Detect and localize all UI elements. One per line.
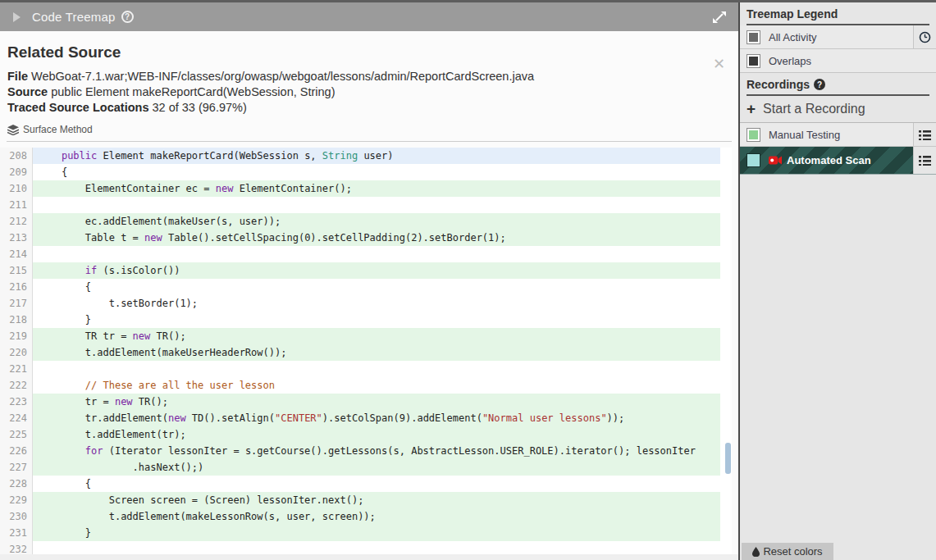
recording-item-automated-scan[interactable]: Automated Scan	[740, 147, 936, 175]
line-number: 217	[0, 295, 33, 312]
recording-menu-cell[interactable]	[913, 123, 936, 146]
code-line: 215 if (s.isColor())	[0, 262, 732, 279]
color-swatch[interactable]	[747, 128, 760, 142]
divider	[7, 141, 732, 142]
traced-line: Traced Source Locations 32 of 33 (96.97%…	[7, 100, 534, 116]
code-text: for (Iterator lessonIter = s.getCourse()…	[33, 443, 720, 459]
line-number: 222	[0, 377, 33, 394]
source-label: Source	[7, 85, 48, 98]
code-line: 221	[0, 361, 732, 377]
main-panel: Code Treemap ? Related Source ✕ File Web…	[0, 2, 738, 560]
line-number: 229	[0, 492, 33, 508]
code-line: 225 t.addElement(tr);	[0, 426, 732, 443]
legend-header: Treemap Legend	[747, 7, 929, 25]
color-swatch[interactable]	[747, 153, 760, 167]
code-line: 219 TR tr = new TR();	[0, 328, 732, 344]
reset-colors-button[interactable]: Reset colors	[742, 543, 833, 560]
code-line: 214	[0, 246, 732, 262]
code-line: 223 tr = new TR();	[0, 394, 732, 410]
line-number: 231	[0, 525, 33, 541]
source-line: Source public Element makeReportCard(Web…	[7, 84, 534, 100]
line-number: 226	[0, 443, 33, 459]
recording-item-manual-testing[interactable]: Manual Testing	[740, 123, 936, 147]
code-line: 228 {	[0, 476, 732, 492]
legend-title: Treemap Legend	[747, 7, 838, 20]
code-line: 209 {	[0, 164, 732, 180]
recording-item-main[interactable]: Manual Testing	[740, 123, 913, 146]
code-line: 212 ec.addElement(makeUser(s, user));	[0, 213, 732, 230]
code-line: 217 t.setBorder(1);	[0, 295, 732, 312]
code-text: t.setBorder(1);	[33, 295, 720, 312]
code-text	[33, 541, 720, 554]
code-text: Screen screen = (Screen) lessonIter.next…	[33, 492, 720, 508]
code-text: ElementContainer ec = new ElementContain…	[33, 180, 720, 197]
line-number: 221	[0, 361, 33, 377]
source-metadata: File WebGoat-7.1.war;WEB-INF/classes/org…	[7, 69, 534, 116]
clock-icon[interactable]	[919, 31, 931, 43]
legend-item-main: Overlaps	[740, 49, 936, 72]
code-text: t.addElement(makeUserHeaderRow());	[33, 344, 720, 361]
code-text: ec.addElement(makeUser(s, user));	[33, 213, 720, 230]
code-line: 211	[0, 197, 732, 213]
line-number: 213	[0, 230, 33, 246]
code-text	[33, 246, 720, 262]
list-menu-icon[interactable]	[919, 130, 931, 140]
file-line: File WebGoat-7.1.war;WEB-INF/classes/org…	[7, 69, 534, 84]
code-treemap-widget: Code Treemap ? Related Source ✕ File Web…	[0, 0, 936, 560]
code-line: 213 Table t = new Table().setCellSpacing…	[0, 230, 732, 246]
code-line: 231 }	[0, 525, 732, 541]
related-source-panel: Related Source ✕ File WebGoat-7.1.war;WE…	[0, 31, 738, 560]
surface-method-label: Surface Method	[23, 124, 93, 135]
start-recording-button[interactable]: + Start a Recording	[740, 96, 936, 123]
code-line: 216 {	[0, 279, 732, 295]
line-number: 225	[0, 426, 33, 443]
code-line: 210 ElementContainer ec = new ElementCon…	[0, 180, 732, 197]
code-text: }	[33, 525, 720, 541]
legend-item-label: Overlaps	[769, 55, 811, 67]
recording-item-label: Manual Testing	[769, 129, 840, 141]
plus-icon: +	[747, 102, 756, 116]
expand-icon[interactable]	[712, 10, 727, 25]
list-menu-icon[interactable]	[919, 155, 931, 166]
legend-item-overlaps[interactable]: Overlaps	[740, 49, 936, 73]
surface-method-badge: Surface Method	[7, 124, 93, 135]
time-filter-cell[interactable]	[913, 25, 936, 48]
recordings-help-icon[interactable]: ?	[814, 79, 825, 90]
file-label: File	[7, 70, 28, 83]
recordings-header: Recordings ?	[747, 78, 929, 96]
widget-header: Code Treemap ?	[0, 2, 738, 31]
legend-item-main: All Activity	[740, 25, 913, 48]
legend-item-all-activity[interactable]: All Activity	[740, 25, 936, 49]
code-text: // These are all the user lesson	[33, 377, 720, 394]
line-number: 219	[0, 328, 33, 344]
line-number: 211	[0, 197, 33, 213]
recordings-title: Recordings	[747, 78, 810, 91]
code-line: 232	[0, 541, 732, 554]
collapse-triangle-icon[interactable]	[13, 12, 21, 22]
recording-item-main[interactable]: Automated Scan	[740, 147, 913, 174]
line-number: 224	[0, 410, 33, 426]
line-number: 223	[0, 394, 33, 410]
scrollbar-thumb[interactable]	[725, 443, 731, 474]
line-number: 232	[0, 541, 33, 554]
recording-item-label: Automated Scan	[787, 154, 871, 166]
close-icon[interactable]: ✕	[713, 57, 725, 71]
code-text: tr.addElement(new TD().setAlign("CENTER"…	[33, 410, 720, 426]
line-number: 210	[0, 180, 33, 197]
color-swatch[interactable]	[747, 54, 760, 68]
color-swatch[interactable]	[747, 30, 760, 44]
layers-icon	[7, 125, 19, 135]
help-icon[interactable]: ?	[121, 11, 134, 23]
panel-title: Related Source	[7, 43, 121, 61]
reset-colors-label: Reset colors	[763, 545, 822, 558]
recording-menu-cell[interactable]	[913, 147, 936, 174]
top-border	[0, 0, 936, 2]
code-text	[33, 197, 720, 213]
treemap-sidebar: Treemap Legend All ActivityOverlaps Reco…	[738, 0, 936, 560]
code-line: 218 }	[0, 312, 732, 328]
line-number: 216	[0, 279, 33, 295]
code-line: 222 // These are all the user lesson	[0, 377, 732, 394]
code-text: t.addElement(tr);	[33, 426, 720, 443]
code-text: {	[33, 476, 720, 492]
legend-item-label: All Activity	[769, 31, 817, 43]
